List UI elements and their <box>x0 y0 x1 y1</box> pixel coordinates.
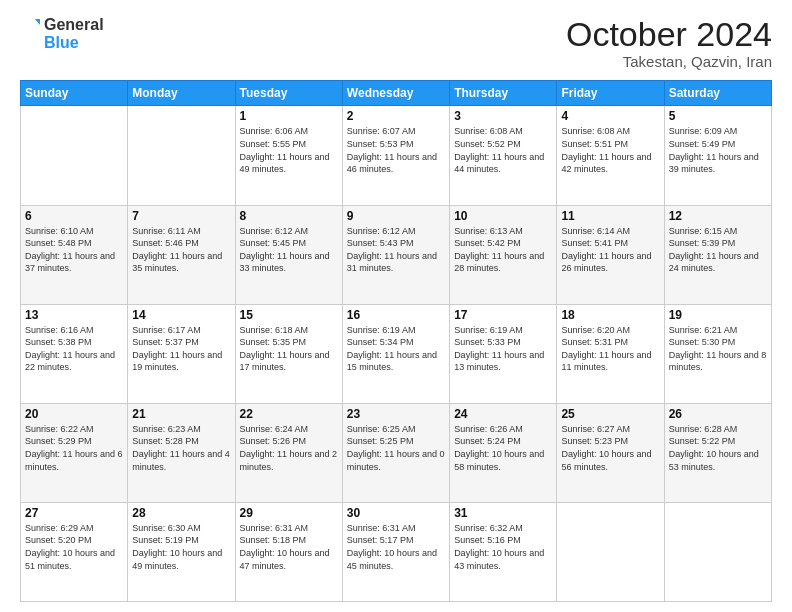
calendar-cell: 2 Sunrise: 6:07 AMSunset: 5:53 PMDayligh… <box>342 106 449 205</box>
day-number: 27 <box>25 506 123 520</box>
day-info: Sunrise: 6:08 AMSunset: 5:51 PMDaylight:… <box>561 125 659 175</box>
day-number: 20 <box>25 407 123 421</box>
calendar-page: General Blue October 2024 Takestan, Qazv… <box>0 0 792 612</box>
calendar-cell: 19 Sunrise: 6:21 AMSunset: 5:30 PMDaylig… <box>664 304 771 403</box>
day-info: Sunrise: 6:32 AMSunset: 5:16 PMDaylight:… <box>454 522 552 572</box>
calendar-cell: 6 Sunrise: 6:10 AMSunset: 5:48 PMDayligh… <box>21 205 128 304</box>
calendar-cell: 31 Sunrise: 6:32 AMSunset: 5:16 PMDaylig… <box>450 502 557 601</box>
header-friday: Friday <box>557 81 664 106</box>
calendar-cell <box>21 106 128 205</box>
day-number: 2 <box>347 109 445 123</box>
logo: General Blue <box>20 16 104 53</box>
day-number: 31 <box>454 506 552 520</box>
day-info: Sunrise: 6:14 AMSunset: 5:41 PMDaylight:… <box>561 225 659 275</box>
day-number: 5 <box>669 109 767 123</box>
calendar-cell: 11 Sunrise: 6:14 AMSunset: 5:41 PMDaylig… <box>557 205 664 304</box>
day-number: 9 <box>347 209 445 223</box>
day-number: 1 <box>240 109 338 123</box>
calendar-cell: 17 Sunrise: 6:19 AMSunset: 5:33 PMDaylig… <box>450 304 557 403</box>
title-block: October 2024 Takestan, Qazvin, Iran <box>566 16 772 70</box>
day-info: Sunrise: 6:12 AMSunset: 5:43 PMDaylight:… <box>347 225 445 275</box>
day-info: Sunrise: 6:08 AMSunset: 5:52 PMDaylight:… <box>454 125 552 175</box>
day-info: Sunrise: 6:22 AMSunset: 5:29 PMDaylight:… <box>25 423 123 473</box>
calendar-cell: 16 Sunrise: 6:19 AMSunset: 5:34 PMDaylig… <box>342 304 449 403</box>
calendar-cell: 14 Sunrise: 6:17 AMSunset: 5:37 PMDaylig… <box>128 304 235 403</box>
calendar-week-4: 20 Sunrise: 6:22 AMSunset: 5:29 PMDaylig… <box>21 403 772 502</box>
calendar-cell: 24 Sunrise: 6:26 AMSunset: 5:24 PMDaylig… <box>450 403 557 502</box>
calendar-cell: 22 Sunrise: 6:24 AMSunset: 5:26 PMDaylig… <box>235 403 342 502</box>
day-info: Sunrise: 6:29 AMSunset: 5:20 PMDaylight:… <box>25 522 123 572</box>
calendar-cell: 23 Sunrise: 6:25 AMSunset: 5:25 PMDaylig… <box>342 403 449 502</box>
day-number: 13 <box>25 308 123 322</box>
logo-svg <box>20 19 40 49</box>
header-monday: Monday <box>128 81 235 106</box>
day-number: 15 <box>240 308 338 322</box>
header-wednesday: Wednesday <box>342 81 449 106</box>
month-title: October 2024 <box>566 16 772 53</box>
day-number: 4 <box>561 109 659 123</box>
day-number: 3 <box>454 109 552 123</box>
calendar-cell: 29 Sunrise: 6:31 AMSunset: 5:18 PMDaylig… <box>235 502 342 601</box>
day-number: 8 <box>240 209 338 223</box>
day-info: Sunrise: 6:28 AMSunset: 5:22 PMDaylight:… <box>669 423 767 473</box>
day-number: 7 <box>132 209 230 223</box>
location: Takestan, Qazvin, Iran <box>566 53 772 70</box>
calendar-week-2: 6 Sunrise: 6:10 AMSunset: 5:48 PMDayligh… <box>21 205 772 304</box>
calendar-header: Sunday Monday Tuesday Wednesday Thursday… <box>21 81 772 106</box>
weekday-row: Sunday Monday Tuesday Wednesday Thursday… <box>21 81 772 106</box>
logo-line1: General <box>44 16 104 34</box>
calendar-cell <box>128 106 235 205</box>
day-info: Sunrise: 6:25 AMSunset: 5:25 PMDaylight:… <box>347 423 445 473</box>
svg-marker-0 <box>35 19 40 25</box>
calendar-cell: 25 Sunrise: 6:27 AMSunset: 5:23 PMDaylig… <box>557 403 664 502</box>
calendar-cell <box>664 502 771 601</box>
calendar-cell: 13 Sunrise: 6:16 AMSunset: 5:38 PMDaylig… <box>21 304 128 403</box>
day-info: Sunrise: 6:23 AMSunset: 5:28 PMDaylight:… <box>132 423 230 473</box>
day-info: Sunrise: 6:07 AMSunset: 5:53 PMDaylight:… <box>347 125 445 175</box>
day-info: Sunrise: 6:09 AMSunset: 5:49 PMDaylight:… <box>669 125 767 175</box>
day-number: 24 <box>454 407 552 421</box>
day-number: 10 <box>454 209 552 223</box>
day-number: 14 <box>132 308 230 322</box>
page-header: General Blue October 2024 Takestan, Qazv… <box>20 16 772 70</box>
day-number: 22 <box>240 407 338 421</box>
day-number: 29 <box>240 506 338 520</box>
calendar-cell: 12 Sunrise: 6:15 AMSunset: 5:39 PMDaylig… <box>664 205 771 304</box>
day-info: Sunrise: 6:27 AMSunset: 5:23 PMDaylight:… <box>561 423 659 473</box>
day-number: 28 <box>132 506 230 520</box>
calendar-cell: 3 Sunrise: 6:08 AMSunset: 5:52 PMDayligh… <box>450 106 557 205</box>
calendar-cell: 7 Sunrise: 6:11 AMSunset: 5:46 PMDayligh… <box>128 205 235 304</box>
day-number: 6 <box>25 209 123 223</box>
calendar-cell: 5 Sunrise: 6:09 AMSunset: 5:49 PMDayligh… <box>664 106 771 205</box>
calendar-cell: 10 Sunrise: 6:13 AMSunset: 5:42 PMDaylig… <box>450 205 557 304</box>
day-number: 12 <box>669 209 767 223</box>
calendar-cell: 4 Sunrise: 6:08 AMSunset: 5:51 PMDayligh… <box>557 106 664 205</box>
calendar-body: 1 Sunrise: 6:06 AMSunset: 5:55 PMDayligh… <box>21 106 772 602</box>
day-info: Sunrise: 6:26 AMSunset: 5:24 PMDaylight:… <box>454 423 552 473</box>
calendar-cell: 27 Sunrise: 6:29 AMSunset: 5:20 PMDaylig… <box>21 502 128 601</box>
day-info: Sunrise: 6:31 AMSunset: 5:17 PMDaylight:… <box>347 522 445 572</box>
day-info: Sunrise: 6:15 AMSunset: 5:39 PMDaylight:… <box>669 225 767 275</box>
calendar-cell: 28 Sunrise: 6:30 AMSunset: 5:19 PMDaylig… <box>128 502 235 601</box>
day-info: Sunrise: 6:06 AMSunset: 5:55 PMDaylight:… <box>240 125 338 175</box>
day-info: Sunrise: 6:30 AMSunset: 5:19 PMDaylight:… <box>132 522 230 572</box>
day-info: Sunrise: 6:19 AMSunset: 5:34 PMDaylight:… <box>347 324 445 374</box>
day-number: 11 <box>561 209 659 223</box>
calendar-cell: 9 Sunrise: 6:12 AMSunset: 5:43 PMDayligh… <box>342 205 449 304</box>
calendar-table: Sunday Monday Tuesday Wednesday Thursday… <box>20 80 772 602</box>
day-info: Sunrise: 6:31 AMSunset: 5:18 PMDaylight:… <box>240 522 338 572</box>
calendar-week-1: 1 Sunrise: 6:06 AMSunset: 5:55 PMDayligh… <box>21 106 772 205</box>
day-info: Sunrise: 6:19 AMSunset: 5:33 PMDaylight:… <box>454 324 552 374</box>
calendar-cell <box>557 502 664 601</box>
calendar-cell: 21 Sunrise: 6:23 AMSunset: 5:28 PMDaylig… <box>128 403 235 502</box>
day-number: 21 <box>132 407 230 421</box>
calendar-cell: 8 Sunrise: 6:12 AMSunset: 5:45 PMDayligh… <box>235 205 342 304</box>
day-info: Sunrise: 6:12 AMSunset: 5:45 PMDaylight:… <box>240 225 338 275</box>
day-info: Sunrise: 6:11 AMSunset: 5:46 PMDaylight:… <box>132 225 230 275</box>
day-info: Sunrise: 6:17 AMSunset: 5:37 PMDaylight:… <box>132 324 230 374</box>
day-number: 16 <box>347 308 445 322</box>
day-info: Sunrise: 6:20 AMSunset: 5:31 PMDaylight:… <box>561 324 659 374</box>
day-number: 18 <box>561 308 659 322</box>
header-saturday: Saturday <box>664 81 771 106</box>
day-number: 26 <box>669 407 767 421</box>
